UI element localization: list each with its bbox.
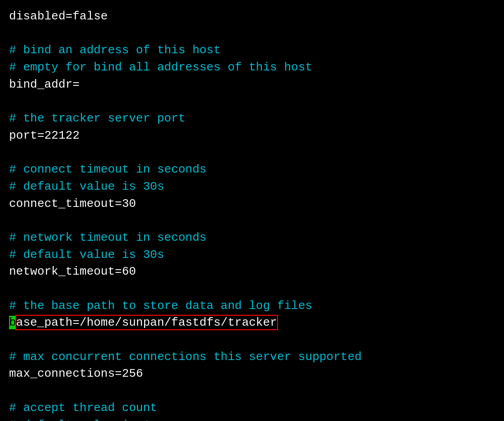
line-comment-maxconn: # max concurrent connections this server… [9, 349, 495, 366]
line-connect-timeout: connect_timeout=30 [9, 196, 495, 213]
line-port: port=22122 [9, 127, 495, 145]
line-disabled: disabled=false [9, 8, 495, 25]
line-comment-thread2: # default value is 1 [9, 417, 495, 421]
line-comment-network1: # network timeout in seconds [9, 229, 495, 247]
line-comment-network2: # default value is 30s [9, 247, 495, 264]
code-editor: disabled=false # bind an address of this… [9, 8, 495, 421]
line-max-connections: max_connections=256 [9, 365, 495, 383]
line-comment-connect2: # default value is 30s [9, 178, 495, 196]
empty-2 [9, 93, 495, 110]
line-comment-connect1: # connect timeout in seconds [9, 161, 495, 178]
line-comment-basepath: # the base path to store data and log fi… [9, 298, 495, 315]
line-comment-bind2: # empty for bind all addresses of this h… [9, 59, 495, 76]
empty-4 [9, 212, 495, 229]
empty-7 [9, 383, 495, 400]
empty-3 [9, 145, 495, 162]
line-comment-port: # the tracker server port [9, 110, 495, 127]
line-bind-addr: bind_addr= [9, 76, 495, 94]
empty-6 [9, 332, 495, 349]
empty-1 [9, 25, 495, 42]
line-comment-bind1: # bind an address of this host [9, 42, 495, 59]
basepath-highlighted: ase_path=/home/sunpan/fastdfs/tracker [16, 316, 277, 329]
line-comment-thread1: # accept thread count [9, 400, 495, 417]
line-network-timeout: network_timeout=60 [9, 263, 495, 281]
cursor-b: b [9, 316, 16, 329]
line-basepath: base_path=/home/sunpan/fastdfs/tracker [9, 314, 495, 332]
empty-5 [9, 281, 495, 298]
